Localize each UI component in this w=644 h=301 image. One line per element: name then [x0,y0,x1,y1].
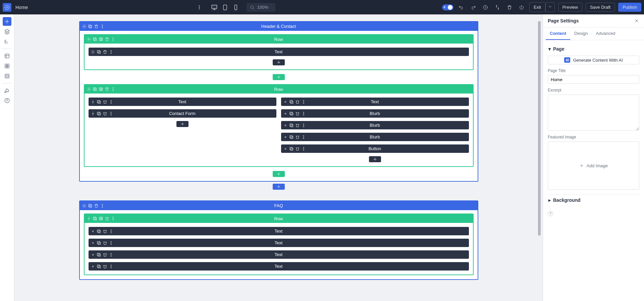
zoom-input[interactable]: 100% [247,3,275,12]
more-icon[interactable] [301,123,306,128]
tab-content[interactable]: Content [546,27,570,40]
duplicate-icon[interactable] [97,111,101,116]
module-text[interactable]: Text [281,98,469,106]
gear-icon[interactable] [82,24,87,29]
add-row-button[interactable] [273,74,285,80]
gear-icon[interactable] [283,100,288,104]
duplicate-icon[interactable] [289,146,294,151]
gear-icon[interactable] [283,123,288,128]
module-text[interactable]: Text [89,250,469,259]
tab-advanced[interactable]: Advanced [592,27,620,40]
gear-icon[interactable] [283,111,288,116]
more-icon[interactable] [100,24,105,29]
more-icon[interactable] [109,264,113,269]
module-text[interactable]: Text [89,48,469,56]
tab-design[interactable]: Design [570,27,592,40]
page-section-toggle[interactable]: ▾ Page [548,46,639,52]
save-draft-button[interactable]: Save Draft [586,3,615,12]
tools-icon[interactable] [3,86,11,95]
duplicate-icon[interactable] [97,50,101,54]
duplicate-icon[interactable] [289,111,294,116]
add-module-button[interactable] [3,17,11,26]
add-module-button[interactable] [176,121,189,127]
module-blurb[interactable]: Blurb [281,121,469,129]
trash-icon[interactable] [295,123,300,128]
generate-ai-button[interactable]: AI Generate Content With AI [548,56,639,64]
tablet-icon[interactable] [222,4,228,10]
more-icon[interactable] [301,146,306,151]
section-faq[interactable]: FAQ R [79,200,478,280]
help-icon[interactable]: ? [548,211,553,216]
duplicate-icon[interactable] [93,37,97,42]
trash-icon[interactable] [94,203,99,208]
module-text[interactable]: Text [89,262,469,270]
duplicate-icon[interactable] [93,87,97,92]
columns-icon[interactable] [99,216,103,221]
gear-icon[interactable] [283,146,288,151]
mobile-icon[interactable] [232,4,239,10]
exit-dropdown[interactable] [545,2,555,12]
trash-icon[interactable] [103,50,107,54]
desktop-icon[interactable] [211,4,218,10]
section-header-contact[interactable]: Header & Contact [79,21,478,182]
module-blurb[interactable]: Blurb [281,109,469,118]
dark-mode-toggle[interactable]: ☀ [442,4,453,10]
duplicate-icon[interactable] [97,264,101,269]
module-text[interactable]: Text [89,239,469,247]
canvas-scrollbar[interactable] [538,21,541,236]
gear-icon[interactable] [82,203,87,208]
add-image-button[interactable]: Add Image [548,141,639,190]
more-icon[interactable] [109,100,113,104]
trash-icon[interactable] [103,252,107,257]
power-icon[interactable] [517,3,526,12]
structure-icon[interactable] [3,37,11,46]
excerpt-textarea[interactable] [548,95,639,131]
exit-button[interactable]: Exit [529,2,545,12]
duplicate-icon[interactable] [93,216,97,221]
background-section-toggle[interactable]: ▸ Background [548,197,639,203]
gear-icon[interactable] [87,216,91,221]
gear-icon[interactable] [91,50,95,54]
trash-icon[interactable] [105,87,109,92]
gear-icon[interactable] [87,87,91,92]
library-icon[interactable] [3,72,11,80]
section-header-bar[interactable]: Header & Contact [80,22,478,31]
portability-icon[interactable] [493,3,502,12]
duplicate-icon[interactable] [289,135,294,139]
row-header-bar[interactable]: Row [85,85,473,94]
trash-icon[interactable] [295,135,300,139]
close-icon[interactable] [634,18,639,23]
gear-icon[interactable] [91,264,95,269]
more-icon[interactable] [109,229,113,234]
row-block[interactable]: Row Text [84,34,474,70]
module-text[interactable]: Text [89,227,469,235]
module-button[interactable]: Button [281,144,469,153]
add-module-button[interactable] [273,59,285,65]
preview-button[interactable]: Preview [558,3,582,12]
trash-icon[interactable] [105,216,109,221]
theme-builder-icon[interactable] [3,52,11,60]
history-icon[interactable] [481,3,490,12]
publish-button[interactable]: Publish [618,3,641,12]
module-text[interactable]: Text [89,98,276,106]
columns-icon[interactable] [99,37,103,42]
settings-menu-button[interactable] [3,3,11,12]
trash-icon[interactable] [94,24,99,29]
more-icon[interactable] [111,37,115,42]
canvas[interactable]: Header & Contact [14,14,543,301]
page-title-input[interactable] [548,75,639,84]
theme-options-icon[interactable] [3,62,11,70]
add-section-button[interactable] [273,184,285,190]
gear-icon[interactable] [91,111,95,116]
trash-icon[interactable] [103,241,107,245]
layers-icon[interactable] [3,27,11,36]
more-options-icon[interactable] [195,3,204,12]
duplicate-icon[interactable] [97,241,101,245]
trash-icon[interactable] [295,100,300,104]
row-block[interactable]: Row Text Text Text Text [84,214,474,275]
gear-icon[interactable] [91,241,95,245]
undo-icon[interactable] [457,3,466,12]
columns-icon[interactable] [99,87,103,92]
trash-icon[interactable] [103,111,107,116]
redo-icon[interactable] [469,3,478,12]
